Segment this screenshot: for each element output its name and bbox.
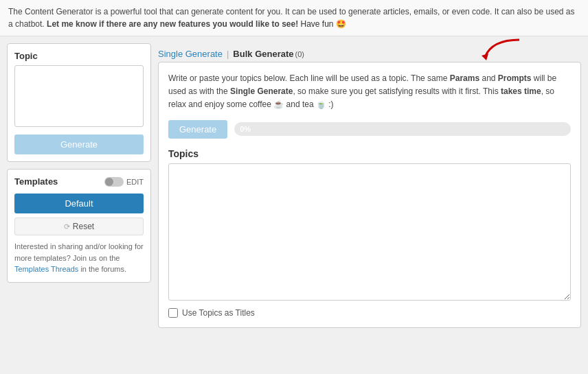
toggle-switch[interactable] [104, 177, 124, 187]
templates-header: Templates EDIT [14, 176, 144, 187]
topics-textarea[interactable] [168, 163, 571, 301]
tabs-row: Single Generate | Bulk Generate (0) [158, 43, 581, 62]
bulk-generate-button[interactable]: Generate [168, 120, 227, 139]
tab-badge: (0) [295, 50, 304, 58]
prompts-text: Prompts [498, 73, 532, 83]
toggle-knob [105, 178, 113, 186]
use-topics-label: Use Topics as Titles [182, 308, 255, 318]
default-template-button[interactable]: Default [14, 194, 144, 213]
footer-text: Interested in sharing and/or looking for… [14, 242, 144, 262]
sidebar: Topic Generate Templates EDIT Default ⟳ … [7, 43, 151, 328]
templates-card: Templates EDIT Default ⟳ Reset Intereste… [7, 169, 151, 283]
progress-label: 0% [240, 125, 251, 133]
bulk-generate-card: Write or paste your topics below. Each l… [158, 62, 581, 328]
edit-toggle[interactable]: EDIT [104, 177, 144, 187]
templates-footer: Interested in sharing and/or looking for… [14, 241, 144, 275]
single-generate-text: Single Generate [230, 86, 293, 96]
tab-separator: | [227, 49, 229, 59]
takes-time-text: takes time [501, 86, 541, 96]
topic-card: Topic Generate [7, 43, 151, 162]
bulk-description: Write or paste your topics below. Each l… [168, 72, 571, 112]
reset-button[interactable]: ⟳ Reset [14, 218, 144, 235]
svg-marker-0 [482, 54, 488, 60]
use-topics-checkbox[interactable] [168, 308, 178, 318]
params-text: Params [450, 73, 479, 83]
templates-threads-link[interactable]: Templates Threads [14, 265, 78, 273]
use-topics-row: Use Topics as Titles [168, 308, 571, 318]
progress-bar-container: 0% [234, 122, 571, 136]
templates-title: Templates [14, 176, 58, 187]
tab-single-generate[interactable]: Single Generate [158, 49, 223, 59]
footer-suffix: in the forums. [78, 265, 126, 273]
reset-label: Reset [73, 222, 94, 231]
generate-row: Generate 0% [168, 120, 571, 139]
topic-input[interactable] [14, 65, 144, 127]
edit-label: EDIT [126, 178, 144, 186]
sidebar-generate-button[interactable]: Generate [14, 135, 144, 154]
topic-label: Topic [14, 51, 144, 61]
top-description: The Content Generator is a powerful tool… [0, 0, 588, 36]
topics-section-label: Topics [168, 148, 571, 159]
main-content: Single Generate | Bulk Generate (0) Writ… [158, 43, 581, 328]
tab-bulk-generate[interactable]: Bulk Generate [233, 49, 293, 59]
arrow-indicator [478, 36, 526, 66]
reset-icon: ⟳ [64, 222, 70, 231]
